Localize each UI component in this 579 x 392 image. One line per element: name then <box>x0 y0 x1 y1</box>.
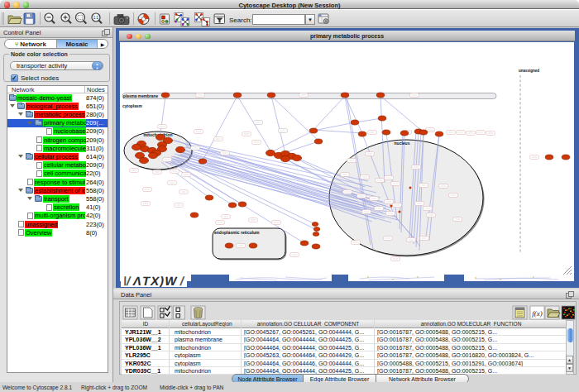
svg-text:endoplasmic reticulum: endoplasmic reticulum <box>214 230 260 235</box>
svg-text:/: / <box>179 274 186 287</box>
svg-text:1:1: 1:1 <box>93 16 99 20</box>
svg-text:cytoplasm: cytoplasm <box>122 104 142 108</box>
svg-text:unassigned: unassigned <box>519 69 539 73</box>
svg-text:f(x): f(x) <box>532 309 543 318</box>
svg-text:plasma membrane: plasma membrane <box>123 94 158 98</box>
svg-text:nucleus: nucleus <box>395 141 410 146</box>
svg-text:\/: \/ <box>122 274 132 287</box>
svg-text:ΛTX)W: ΛTX)W <box>132 274 179 287</box>
